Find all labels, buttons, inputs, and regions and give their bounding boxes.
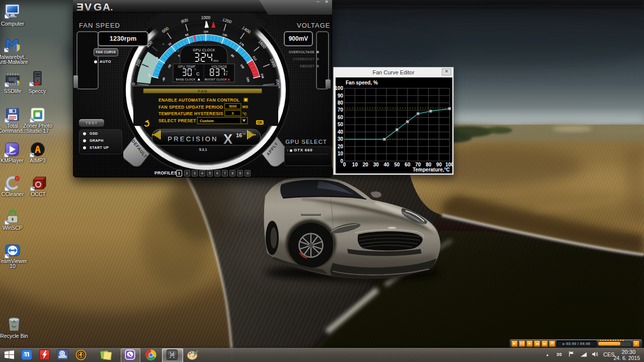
svg-text:30: 30: [338, 136, 344, 142]
svg-text:FAN SPEED UPDATE PERIOD: FAN SPEED UPDATE PERIOD: [158, 105, 223, 110]
svg-text:1000: 1000: [201, 15, 211, 20]
svg-text:20: 20: [338, 144, 344, 149]
svg-text:°C: °C: [243, 112, 247, 116]
svg-text:FAN: FAN: [198, 89, 208, 94]
svg-text:BOOST CLOCK: BOOST CLOCK: [205, 78, 227, 81]
svg-text:MHz: MHz: [213, 59, 219, 62]
svg-text:104: 104: [203, 30, 208, 33]
svg-text:Fan speed, %: Fan speed, %: [346, 80, 378, 85]
svg-text:0: 0: [232, 112, 234, 115]
svg-text:TEMPERATURE HYSTERESIS: TEMPERATURE HYSTERESIS: [158, 111, 223, 116]
svg-text:ENABLE AUTOMATIC FAN CONTROL: ENABLE AUTOMATIC FAN CONTROL: [158, 98, 240, 103]
svg-text:E: E: [76, 1, 84, 12]
svg-text:16: 16: [170, 352, 175, 357]
svg-text:5000: 5000: [229, 105, 237, 108]
svg-text:40: 40: [338, 129, 344, 135]
svg-text:Custom: Custom: [200, 119, 214, 123]
svg-text:20: 20: [363, 162, 369, 167]
svg-text:X: X: [223, 132, 232, 147]
svg-text:70: 70: [338, 107, 344, 113]
svg-text:G: G: [94, 1, 102, 12]
svg-text:30: 30: [373, 162, 379, 167]
svg-text:SELECT PRESET: SELECT PRESET: [158, 118, 196, 123]
svg-text:PRECISION: PRECISION: [168, 135, 218, 143]
svg-text:80: 80: [338, 100, 344, 106]
svg-text:60: 60: [405, 162, 411, 167]
svg-text:V: V: [226, 73, 228, 76]
svg-text:OK: OK: [257, 121, 263, 124]
svg-text:GPU TEMP: GPU TEMP: [178, 65, 195, 68]
svg-text:BASE CLOCK: BASE CLOCK: [176, 78, 195, 81]
svg-text:C: C: [196, 71, 200, 76]
svg-text:A: A: [103, 1, 111, 12]
svg-text:50: 50: [394, 162, 400, 167]
svg-text:50: 50: [338, 122, 344, 127]
svg-text:0: 0: [343, 162, 346, 167]
svg-text:10: 10: [338, 151, 344, 156]
svg-text:MS: MS: [243, 105, 248, 109]
svg-text:5.3.1: 5.3.1: [199, 148, 207, 151]
svg-text:16: 16: [236, 132, 242, 138]
svg-text:60: 60: [338, 115, 344, 120]
svg-text:100: 100: [336, 85, 343, 91]
svg-text:Temperature,°C: Temperature,°C: [413, 167, 450, 172]
svg-text:VOLTAGE: VOLTAGE: [212, 65, 227, 68]
svg-text:90: 90: [338, 93, 344, 99]
svg-text:40: 40: [384, 162, 390, 167]
svg-text:GPU CLOCK: GPU CLOCK: [193, 48, 215, 52]
svg-text:V: V: [85, 1, 92, 12]
svg-text:10: 10: [352, 162, 358, 167]
svg-text:TM: TM: [243, 133, 246, 135]
